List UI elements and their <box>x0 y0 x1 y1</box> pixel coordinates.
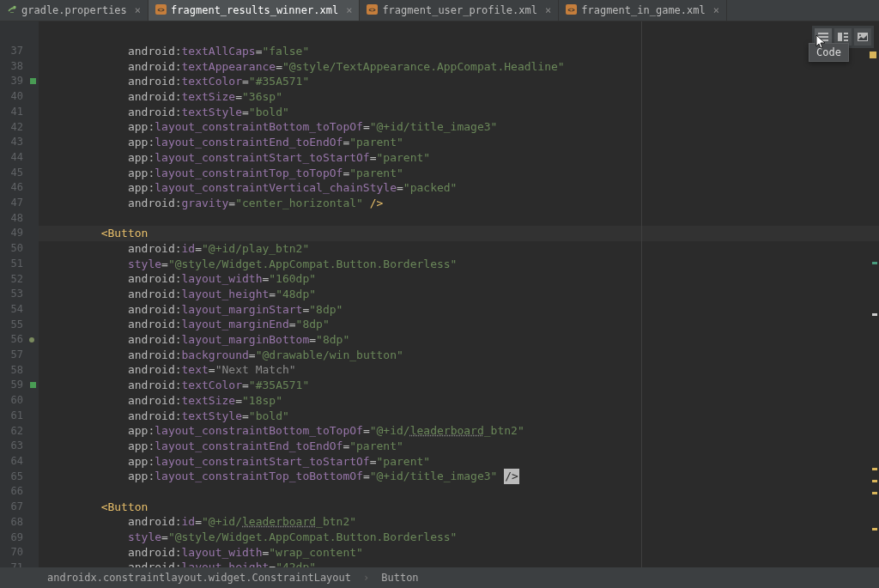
breadcrumb-separator-icon: › <box>363 572 369 584</box>
code-line[interactable]: android:layout_height="42dp" <box>47 560 879 567</box>
line-number[interactable]: 60 <box>0 393 39 409</box>
line-number[interactable]: 59 <box>0 378 39 393</box>
code-line[interactable]: app:layout_constraintVertical_chainStyle… <box>47 180 879 196</box>
line-number[interactable]: 42 <box>0 120 39 136</box>
code-line[interactable]: android:textStyle="bold" <box>47 105 879 120</box>
editor-tab[interactable]: <>fragment_in_game.xml× <box>559 0 727 21</box>
xml-file-icon: <> <box>155 4 167 17</box>
line-number[interactable]: 65 <box>0 470 39 485</box>
code-line[interactable]: android:textAppearance="@style/TextAppea… <box>47 59 879 75</box>
code-line[interactable]: app:layout_constraintTop_toBottomOf="@+i… <box>47 469 879 484</box>
code-line[interactable]: android:layout_height="48dp" <box>47 287 879 302</box>
scrollbar[interactable] <box>869 64 879 547</box>
code-line[interactable]: android:textSize="36sp" <box>47 89 879 105</box>
tab-label: gradle.properties <box>21 4 127 16</box>
code-line[interactable]: style="@style/Widget.AppCompat.Button.Bo… <box>47 530 879 545</box>
code-line[interactable]: app:layout_constraintBottom_toTopOf="@+i… <box>47 423 879 439</box>
line-number[interactable]: 62 <box>0 424 39 439</box>
svg-text:<>: <> <box>568 7 575 13</box>
code-line[interactable]: android:layout_width="160dp" <box>47 271 879 287</box>
code-line[interactable]: android:id="@+id/leaderboard_btn2" <box>47 514 879 530</box>
line-number[interactable]: 63 <box>0 439 39 454</box>
close-icon[interactable]: × <box>713 4 719 16</box>
line-number[interactable]: 47 <box>0 196 39 211</box>
line-number[interactable]: 67 <box>0 500 39 515</box>
line-number[interactable]: 71 <box>0 561 39 567</box>
line-number[interactable]: 55 <box>0 318 39 333</box>
code-line[interactable] <box>47 484 879 500</box>
line-number[interactable]: 43 <box>0 135 39 150</box>
close-icon[interactable]: × <box>346 4 352 16</box>
code-line[interactable]: app:layout_constraintBottom_toTopOf="@+i… <box>47 119 879 135</box>
code-line[interactable]: app:layout_constraintStart_toStartOf="pa… <box>47 454 879 470</box>
line-number[interactable]: 49 <box>0 226 39 241</box>
editor-tabs: gradle.properties×<>fragment_results_win… <box>0 0 879 21</box>
breadcrumb-item[interactable]: androidx.constraintlayout.widget.Constra… <box>47 572 351 584</box>
editor-tab[interactable]: <>fragment_user_profile.xml× <box>360 0 559 21</box>
line-number[interactable]: 48 <box>0 211 39 227</box>
line-number[interactable]: 52 <box>0 272 39 288</box>
line-number[interactable]: 37 <box>0 44 39 59</box>
xml-file-icon: <> <box>367 4 378 17</box>
code-line[interactable]: android:layout_marginEnd="8dp" <box>47 317 879 332</box>
code-line[interactable]: android:textColor="#35A571" <box>47 74 879 89</box>
editor-tab[interactable]: <>fragment_results_winner.xml× <box>149 0 360 21</box>
line-number[interactable]: 57 <box>0 348 39 363</box>
code-line[interactable]: android:textStyle="bold" <box>47 409 879 424</box>
line-number[interactable]: 58 <box>0 363 39 379</box>
line-number[interactable]: 54 <box>0 302 39 318</box>
line-number[interactable]: 38 <box>0 59 39 75</box>
breadcrumbs[interactable]: androidx.constraintlayout.widget.Constra… <box>0 567 879 588</box>
code-line[interactable]: android:layout_marginBottom="8dp" <box>47 332 879 348</box>
line-number[interactable]: 70 <box>0 545 39 561</box>
code-line[interactable]: android:id="@+id/play_btn2" <box>47 241 879 257</box>
line-number[interactable]: 66 <box>0 484 39 500</box>
code-line[interactable]: app:layout_constraintEnd_toEndOf="parent… <box>47 135 879 150</box>
line-number[interactable]: 56 <box>0 332 39 348</box>
tab-label: fragment_user_profile.xml <box>382 4 537 16</box>
code-line[interactable]: android:layout_marginStart="8dp" <box>47 302 879 318</box>
tab-label: fragment_results_winner.xml <box>171 4 338 16</box>
line-number[interactable]: 68 <box>0 515 39 530</box>
code-line[interactable]: android:background="@drawable/win_button… <box>47 348 879 363</box>
svg-text:<>: <> <box>369 7 376 13</box>
gutter-marker-icon <box>30 382 36 388</box>
code-line[interactable]: <Button <box>47 500 879 515</box>
close-icon[interactable]: × <box>545 4 551 16</box>
xml-file-icon: <> <box>566 4 577 17</box>
code-content[interactable]: android:textAllCaps="false" android:text… <box>39 21 879 567</box>
code-line[interactable]: android:textAllCaps="false" <box>47 44 879 59</box>
gradle-file-icon <box>7 4 17 17</box>
gutter-marker-icon <box>30 78 36 84</box>
code-line[interactable]: android:textSize="18sp" <box>47 393 879 409</box>
line-number[interactable]: 40 <box>0 89 39 105</box>
line-number[interactable]: 39 <box>0 74 39 89</box>
line-number[interactable]: 46 <box>0 180 39 196</box>
editor-area[interactable]: 3738394041424344454647484950515253545556… <box>0 21 879 567</box>
line-number[interactable]: 64 <box>0 454 39 470</box>
code-line[interactable]: android:layout_width="wrap_content" <box>47 545 879 561</box>
code-line[interactable] <box>47 211 879 227</box>
code-line[interactable]: android:gravity="center_horizontal" /> <box>47 196 879 211</box>
code-line[interactable]: app:layout_constraintEnd_toEndOf="parent… <box>47 439 879 454</box>
code-line[interactable]: <Button <box>39 226 879 241</box>
line-number[interactable]: 53 <box>0 287 39 302</box>
line-number[interactable]: 69 <box>0 530 39 546</box>
line-number[interactable]: 44 <box>0 150 39 166</box>
gutter[interactable]: 3738394041424344454647484950515253545556… <box>0 21 39 567</box>
code-line[interactable]: android:textColor="#35A571" <box>47 378 879 393</box>
line-number[interactable]: 51 <box>0 257 39 272</box>
code-line[interactable]: app:layout_constraintStart_toStartOf="pa… <box>47 150 879 166</box>
code-line[interactable]: style="@style/Widget.AppCompat.Button.Bo… <box>47 257 879 272</box>
editor-tab[interactable]: gradle.properties× <box>0 0 149 21</box>
line-number[interactable]: 61 <box>0 409 39 424</box>
gutter-marker-icon <box>29 337 34 342</box>
close-icon[interactable]: × <box>135 4 141 16</box>
breadcrumb-item[interactable]: Button <box>381 572 418 584</box>
code-line[interactable]: android:text="Next Match" <box>47 362 879 378</box>
tab-label: fragment_in_game.xml <box>581 4 706 16</box>
line-number[interactable]: 50 <box>0 241 39 257</box>
line-number[interactable]: 41 <box>0 105 39 120</box>
code-line[interactable]: app:layout_constraintTop_toTopOf="parent… <box>47 166 879 181</box>
line-number[interactable]: 45 <box>0 166 39 181</box>
